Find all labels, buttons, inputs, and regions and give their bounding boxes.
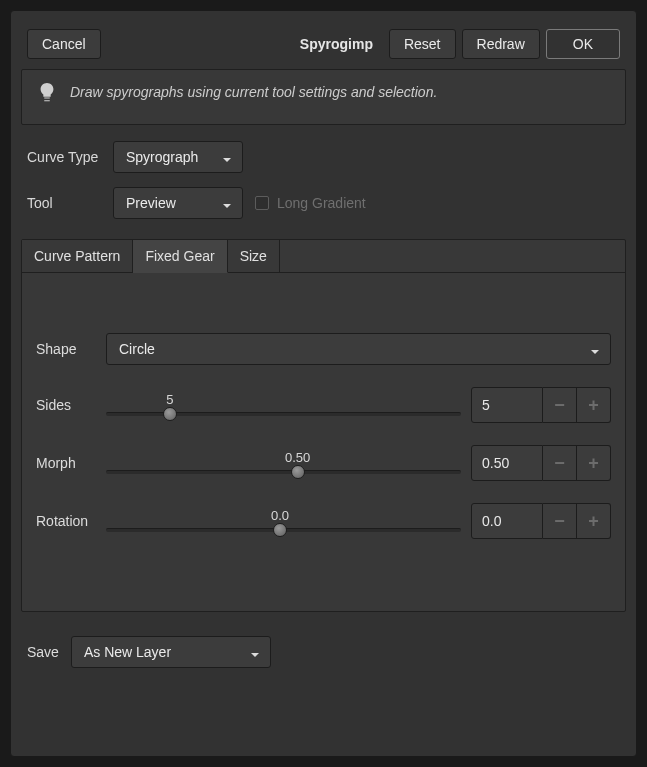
morph-decrement[interactable]: − [543, 445, 577, 481]
morph-increment[interactable]: + [577, 445, 611, 481]
morph-input[interactable]: 0.50 [471, 445, 543, 481]
hint-text: Draw spyrographs using current tool sett… [70, 80, 437, 100]
tab-panel: Curve Pattern Fixed Gear Size Shape Circ… [21, 239, 626, 612]
slider-track [106, 412, 461, 416]
chevron-down-icon [590, 344, 600, 354]
morph-slider[interactable]: 0.50 [106, 452, 461, 474]
save-label: Save [27, 644, 59, 660]
rotation-increment[interactable]: + [577, 503, 611, 539]
sides-row: Sides 5 5 − + [36, 387, 611, 423]
sides-slider[interactable]: 5 [106, 394, 461, 416]
save-value: As New Layer [84, 644, 171, 660]
tool-dropdown[interactable]: Preview [113, 187, 243, 219]
rotation-label: Rotation [36, 513, 96, 529]
reset-button[interactable]: Reset [389, 29, 456, 59]
slider-knob[interactable] [291, 465, 305, 479]
morph-slider-value: 0.50 [285, 450, 310, 465]
tab-curve-pattern[interactable]: Curve Pattern [22, 240, 133, 273]
save-dropdown[interactable]: As New Layer [71, 636, 271, 668]
shape-label: Shape [36, 341, 96, 357]
rotation-slider-value: 0.0 [271, 508, 289, 523]
dialog-header: Cancel Spyrogimp Reset Redraw OK [21, 21, 626, 69]
shape-row: Shape Circle [36, 333, 611, 365]
checkbox-box [255, 196, 269, 210]
chevron-down-icon [222, 152, 232, 162]
tool-label: Tool [27, 195, 101, 211]
dialog-title: Spyrogimp [300, 36, 373, 52]
morph-label: Morph [36, 455, 96, 471]
chevron-down-icon [222, 198, 232, 208]
form-top: Curve Type Spyrograph Tool Preview Long … [21, 125, 626, 239]
long-gradient-checkbox[interactable]: Long Gradient [255, 195, 366, 211]
slider-track [106, 470, 461, 474]
chevron-down-icon [250, 647, 260, 657]
morph-row: Morph 0.50 0.50 − + [36, 445, 611, 481]
rotation-decrement[interactable]: − [543, 503, 577, 539]
tab-filler [280, 240, 625, 273]
rotation-spinbox: 0.0 − + [471, 503, 611, 539]
hint-panel: Draw spyrographs using current tool sett… [21, 69, 626, 125]
curve-type-row: Curve Type Spyrograph [27, 141, 620, 173]
sides-label: Sides [36, 397, 96, 413]
tab-size[interactable]: Size [228, 240, 280, 273]
sides-increment[interactable]: + [577, 387, 611, 423]
long-gradient-label: Long Gradient [277, 195, 366, 211]
tool-row: Tool Preview Long Gradient [27, 187, 620, 219]
fixed-gear-content: Shape Circle Sides 5 5 [22, 273, 625, 611]
slider-knob[interactable] [273, 523, 287, 537]
redraw-button[interactable]: Redraw [462, 29, 540, 59]
shape-value: Circle [119, 341, 155, 357]
sides-slider-value: 5 [166, 392, 173, 407]
save-row: Save As New Layer [21, 612, 626, 674]
cancel-button[interactable]: Cancel [27, 29, 101, 59]
tab-strip: Curve Pattern Fixed Gear Size [22, 240, 625, 273]
morph-spinbox: 0.50 − + [471, 445, 611, 481]
curve-type-dropdown[interactable]: Spyrograph [113, 141, 243, 173]
slider-track [106, 528, 461, 532]
ok-button[interactable]: OK [546, 29, 620, 59]
sides-spinbox: 5 − + [471, 387, 611, 423]
lightbulb-icon [36, 82, 58, 107]
rotation-input[interactable]: 0.0 [471, 503, 543, 539]
tab-fixed-gear[interactable]: Fixed Gear [133, 240, 227, 273]
rotation-row: Rotation 0.0 0.0 − + [36, 503, 611, 539]
curve-type-label: Curve Type [27, 149, 101, 165]
sides-input[interactable]: 5 [471, 387, 543, 423]
sides-decrement[interactable]: − [543, 387, 577, 423]
rotation-slider[interactable]: 0.0 [106, 510, 461, 532]
shape-dropdown[interactable]: Circle [106, 333, 611, 365]
dialog-window: Cancel Spyrogimp Reset Redraw OK Draw sp… [10, 10, 637, 757]
tool-value: Preview [126, 195, 176, 211]
slider-knob[interactable] [163, 407, 177, 421]
curve-type-value: Spyrograph [126, 149, 198, 165]
